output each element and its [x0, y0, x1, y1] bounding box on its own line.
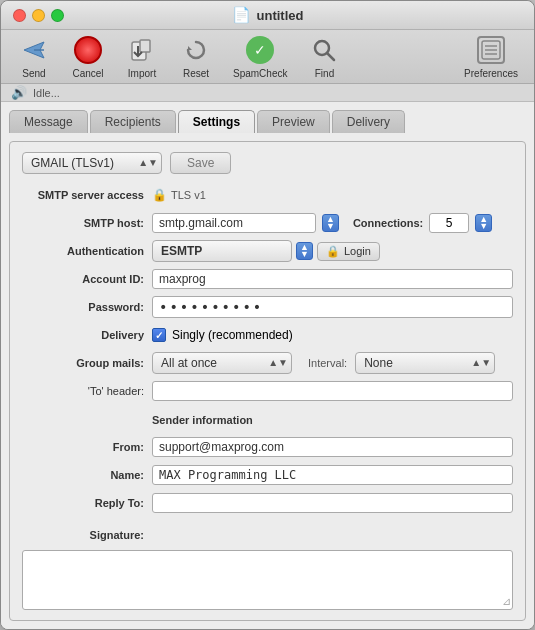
- smtp-host-controls: ▲▼ Connections: ▲▼: [152, 213, 492, 233]
- import-button[interactable]: Import: [117, 30, 167, 83]
- account-selector-wrapper: GMAIL (TLSv1) ▲▼: [22, 152, 162, 174]
- ssl-badge: 🔒 TLS v1: [152, 188, 206, 202]
- reset-button[interactable]: Reset: [171, 30, 221, 83]
- svg-rect-3: [140, 40, 150, 52]
- name-row: Name:: [22, 464, 513, 486]
- smtp-host-label: SMTP host:: [22, 217, 152, 229]
- cancel-button[interactable]: Cancel: [63, 30, 113, 83]
- signature-label: Signature:: [22, 529, 152, 541]
- traffic-lights: [13, 9, 64, 22]
- smtp-host-row: SMTP host: ▲▼ Connections: ▲▼: [22, 212, 513, 234]
- from-label: From:: [22, 441, 152, 453]
- auth-method-selector[interactable]: ESMTP: [152, 240, 292, 262]
- ssl-text: TLS v1: [171, 189, 206, 201]
- connections-stepper[interactable]: ▲▼: [475, 214, 492, 232]
- find-button[interactable]: Find: [299, 30, 349, 83]
- import-label: Import: [128, 68, 156, 79]
- from-input[interactable]: [152, 437, 513, 457]
- account-selector[interactable]: GMAIL (TLSv1): [22, 152, 162, 174]
- spamcheck-icon: ✓: [244, 34, 276, 66]
- group-mails-selector[interactable]: All at once: [152, 352, 292, 374]
- account-id-input[interactable]: [152, 269, 513, 289]
- titlebar: 📄 untitled: [1, 1, 534, 30]
- interval-selector[interactable]: None: [355, 352, 495, 374]
- account-row: GMAIL (TLSv1) ▲▼ Save: [22, 152, 513, 174]
- to-header-row: 'To' header:: [22, 380, 513, 402]
- signature-label-row: Signature:: [22, 524, 513, 546]
- auth-method-wrapper: ESMTP: [152, 240, 292, 262]
- window-title: 📄 untitled: [232, 6, 304, 24]
- send-label: Send: [22, 68, 45, 79]
- send-button[interactable]: Send: [9, 30, 59, 83]
- save-button[interactable]: Save: [170, 152, 231, 174]
- interval-label: Interval:: [308, 357, 347, 369]
- reply-to-input[interactable]: [152, 493, 513, 513]
- auth-row: Authentication ESMTP ▲▼ 🔒 Login: [22, 240, 513, 262]
- tab-bar: Message Recipients Settings Preview Deli…: [9, 110, 526, 133]
- find-icon: [308, 34, 340, 66]
- toolbar: Send Cancel Import: [1, 30, 534, 84]
- spamcheck-button[interactable]: ✓ SpamCheck: [225, 30, 295, 83]
- connections-input[interactable]: [429, 213, 469, 233]
- auth-stepper[interactable]: ▲▼: [296, 242, 313, 260]
- delivery-row: Delivery ✓ Singly (recommended): [22, 324, 513, 346]
- account-id-row: Account ID:: [22, 268, 513, 290]
- signature-area: Signature: ⊿: [22, 524, 513, 610]
- to-header-input[interactable]: [152, 381, 513, 401]
- preferences-button[interactable]: Preferences: [456, 30, 526, 83]
- spamcheck-label: SpamCheck: [233, 68, 287, 79]
- to-header-label: 'To' header:: [22, 385, 152, 397]
- send-icon: [18, 34, 50, 66]
- maximize-button[interactable]: [51, 9, 64, 22]
- delivery-text: Singly (recommended): [172, 328, 293, 342]
- minimize-button[interactable]: [32, 9, 45, 22]
- group-mails-wrapper: All at once ▲▼: [152, 352, 292, 374]
- password-label: Password:: [22, 301, 152, 313]
- signature-textarea[interactable]: [22, 550, 513, 610]
- status-text: Idle...: [33, 87, 60, 99]
- password-row: Password:: [22, 296, 513, 318]
- tab-settings[interactable]: Settings: [178, 110, 255, 133]
- lock-small-icon: 🔒: [326, 245, 340, 258]
- smtp-access-label: SMTP server access: [22, 189, 152, 201]
- reply-to-row: Reply To:: [22, 492, 513, 514]
- form-area: GMAIL (TLSv1) ▲▼ Save SMTP server access…: [9, 141, 526, 621]
- preferences-label: Preferences: [464, 68, 518, 79]
- login-button[interactable]: 🔒 Login: [317, 242, 380, 261]
- status-icon: 🔊: [11, 85, 27, 100]
- close-button[interactable]: [13, 9, 26, 22]
- connections-label: Connections:: [353, 217, 423, 229]
- import-icon: [126, 34, 158, 66]
- svg-marker-5: [188, 46, 192, 50]
- main-window: 📄 untitled Send Cancel: [0, 0, 535, 630]
- tab-message[interactable]: Message: [9, 110, 88, 133]
- reset-label: Reset: [183, 68, 209, 79]
- interval-wrapper: None ▲▼: [355, 352, 495, 374]
- smtp-host-input[interactable]: [152, 213, 316, 233]
- name-label: Name:: [22, 469, 152, 481]
- name-input[interactable]: [152, 465, 513, 485]
- password-input[interactable]: [152, 296, 513, 318]
- cancel-icon: [72, 34, 104, 66]
- sender-info-header: Sender information: [152, 414, 253, 426]
- group-mails-row: Group mails: All at once ▲▼ Interval: No…: [22, 352, 513, 374]
- sender-info-row: Sender information: [22, 408, 513, 430]
- auth-label: Authentication: [22, 245, 152, 257]
- reply-to-label: Reply To:: [22, 497, 152, 509]
- resize-handle[interactable]: ⊿: [502, 595, 511, 608]
- delivery-checkbox[interactable]: ✓: [152, 328, 166, 342]
- smtp-host-stepper[interactable]: ▲▼: [322, 214, 339, 232]
- tab-recipients[interactable]: Recipients: [90, 110, 176, 133]
- tab-preview[interactable]: Preview: [257, 110, 330, 133]
- tab-delivery[interactable]: Delivery: [332, 110, 405, 133]
- cancel-label: Cancel: [72, 68, 103, 79]
- from-row: From:: [22, 436, 513, 458]
- statusbar: 🔊 Idle...: [1, 84, 534, 102]
- smtp-access-row: SMTP server access 🔒 TLS v1: [22, 184, 513, 206]
- svg-line-7: [327, 53, 334, 60]
- group-mails-controls: All at once ▲▼ Interval: None ▲▼: [152, 352, 495, 374]
- group-mails-label: Group mails:: [22, 357, 152, 369]
- document-icon: 📄: [232, 6, 251, 24]
- preferences-icon: [475, 34, 507, 66]
- delivery-checkbox-row: ✓ Singly (recommended): [152, 328, 293, 342]
